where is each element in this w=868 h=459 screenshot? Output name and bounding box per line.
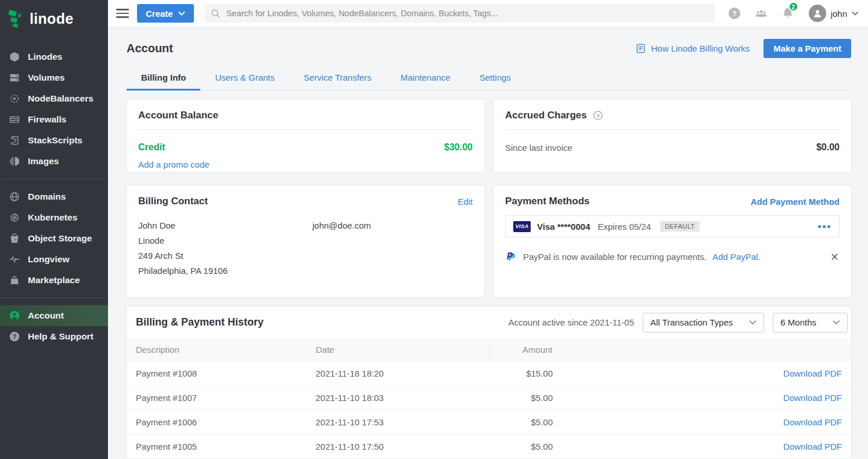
firewall-icon: [9, 114, 20, 125]
create-button[interactable]: Create: [137, 4, 194, 23]
column-amount: Amount: [489, 338, 562, 362]
page-title: Account: [127, 42, 173, 55]
column-actions: [562, 338, 851, 362]
add-promo-code-link[interactable]: Add a promo code: [138, 160, 210, 169]
app-root: linode Linodes Volumes NodeBalancers Fir…: [0, 0, 868, 459]
nodebalancer-icon: [9, 93, 20, 104]
help-icon[interactable]: ?: [727, 6, 741, 20]
search-input[interactable]: [226, 9, 709, 18]
sidebar-item-images[interactable]: Images: [0, 151, 108, 172]
sidebar-item-linodes[interactable]: Linodes: [0, 46, 108, 67]
billing-history-title: Billing & Payment History: [136, 316, 264, 328]
row-amount: $5.00: [489, 435, 562, 459]
column-description: Description: [127, 338, 307, 362]
sidebar-item-domains[interactable]: Domains: [0, 186, 108, 207]
download-pdf-link[interactable]: Download PDF: [562, 362, 851, 386]
sidebar-item-volumes[interactable]: Volumes: [0, 67, 108, 88]
sidebar-item-stackscripts[interactable]: StackScripts: [0, 130, 108, 151]
sidebar-item-label: Marketplace: [28, 275, 80, 285]
close-icon[interactable]: [830, 252, 839, 261]
date-range-select[interactable]: 6 Months: [773, 313, 848, 332]
sidebar-item-label: Linodes: [28, 52, 62, 62]
globe-icon: [9, 191, 20, 203]
sidebar-item-label: Volumes: [28, 73, 64, 83]
sidebar-item-longview[interactable]: Longview: [0, 249, 108, 270]
default-badge: DEFAULT: [660, 221, 700, 232]
download-pdf-link[interactable]: Download PDF: [562, 386, 851, 410]
divider: [138, 129, 473, 130]
chevron-down-icon: [749, 320, 757, 325]
transaction-type-select[interactable]: All Transaction Types: [643, 313, 764, 332]
sidebar-item-label: Images: [28, 156, 59, 167]
sidebar-item-firewalls[interactable]: Firewalls: [0, 109, 108, 130]
account-balance-card: Account Balance Credit $30.00 Add a prom…: [127, 100, 484, 172]
row-date: 2021-11-10 17:53: [307, 410, 490, 435]
how-billing-works-link[interactable]: How Linode Billing Works: [635, 43, 750, 54]
hamburger-menu-icon[interactable]: [116, 9, 129, 18]
pulse-icon: [9, 254, 20, 265]
sidebar-item-label: Firewalls: [28, 114, 66, 125]
make-payment-button[interactable]: Make a Payment: [763, 39, 851, 58]
linode-logo[interactable]: linode: [0, 0, 108, 37]
accrued-charges-title: Accrued Charges: [505, 110, 587, 121]
contact-email-col: john@doe.com: [312, 218, 371, 279]
sidebar-item-kubernetes[interactable]: Kubernetes: [0, 207, 108, 228]
row-amount: $5.00: [489, 386, 562, 410]
contact-address-line1: 249 Arch St: [138, 248, 312, 263]
help-tooltip-icon[interactable]: ?: [593, 110, 603, 121]
download-pdf-link[interactable]: Download PDF: [562, 410, 851, 435]
tabs: Billing Info Users & Grants Service Tran…: [127, 67, 851, 91]
tab-service-transfers[interactable]: Service Transfers: [289, 67, 386, 90]
accrued-charges-card: Accrued Charges ? Since last invoice $0.…: [494, 100, 851, 172]
sidebar-item-marketplace[interactable]: Marketplace: [0, 270, 108, 291]
tab-users-grants[interactable]: Users & Grants: [200, 67, 289, 90]
create-button-label: Create: [146, 9, 173, 19]
sidebar-item-object-storage[interactable]: Object Storage: [0, 228, 108, 249]
chevron-down-icon: [833, 320, 840, 325]
edit-contact-link[interactable]: Edit: [458, 197, 473, 207]
add-paypal-link[interactable]: Add PayPal.: [712, 252, 761, 262]
username: john: [831, 9, 847, 19]
bell-icon[interactable]: 2: [781, 6, 795, 20]
stackscript-icon: [9, 135, 20, 146]
svg-text:?: ?: [732, 9, 737, 18]
sidebar-item-account[interactable]: Account: [0, 305, 108, 326]
tab-settings[interactable]: Settings: [465, 67, 525, 90]
download-pdf-link[interactable]: Download PDF: [562, 435, 851, 459]
how-billing-works-label: How Linode Billing Works: [651, 44, 750, 53]
sidebar-item-help-support[interactable]: ? Help & Support: [0, 326, 108, 347]
person-icon: [9, 310, 20, 321]
page-content: Account How Linode Billing Works Make a …: [108, 27, 868, 459]
payment-methods-card: Payment Methods Add Payment Method VISA …: [494, 186, 851, 297]
user-menu[interactable]: john: [809, 5, 859, 22]
billing-history-card: Billing & Payment History Account active…: [127, 306, 851, 458]
tab-maintenance[interactable]: Maintenance: [386, 67, 465, 90]
svg-text:?: ?: [13, 333, 17, 340]
document-icon: [635, 43, 646, 54]
page-header: Account How Linode Billing Works Make a …: [127, 39, 851, 58]
transaction-type-value: All Transaction Types: [650, 317, 733, 327]
tab-billing-info[interactable]: Billing Info: [127, 67, 200, 90]
sidebar-nav: Linodes Volumes NodeBalancers Firewalls …: [0, 37, 108, 347]
table-row: Payment #1007 2021-11-10 18:03 $5.00 Dow…: [127, 386, 851, 410]
since-last-invoice-label: Since last invoice: [505, 143, 572, 153]
chevron-down-icon: [852, 11, 859, 16]
row-description: Payment #1005: [127, 435, 307, 459]
avatar: [809, 5, 826, 22]
table-row: Payment #1008 2021-11-18 18:20 $15.00 Do…: [127, 362, 851, 386]
row-date: 2021-11-10 17:50: [307, 435, 490, 459]
row-date: 2021-11-10 18:03: [307, 386, 490, 410]
billing-contact-card: Billing Contact Edit John Doe Linode 249…: [127, 186, 484, 297]
add-payment-method-link[interactable]: Add Payment Method: [751, 197, 840, 207]
ellipsis-menu-icon[interactable]: [817, 223, 831, 230]
sidebar-item-label: StackScripts: [28, 135, 82, 146]
sidebar: linode Linodes Volumes NodeBalancers Fir…: [0, 0, 108, 459]
topbar: Create ? 2: [108, 0, 868, 27]
community-icon[interactable]: [754, 6, 768, 20]
card-expiry-label: Expires 05/24: [597, 222, 651, 232]
date-range-value: 6 Months: [780, 317, 816, 327]
sidebar-item-nodebalancers[interactable]: NodeBalancers: [0, 88, 108, 109]
sidebar-item-label: Object Storage: [28, 233, 92, 244]
credit-label: Credit: [138, 142, 165, 153]
table-header-row: Description Date Amount: [127, 338, 851, 362]
